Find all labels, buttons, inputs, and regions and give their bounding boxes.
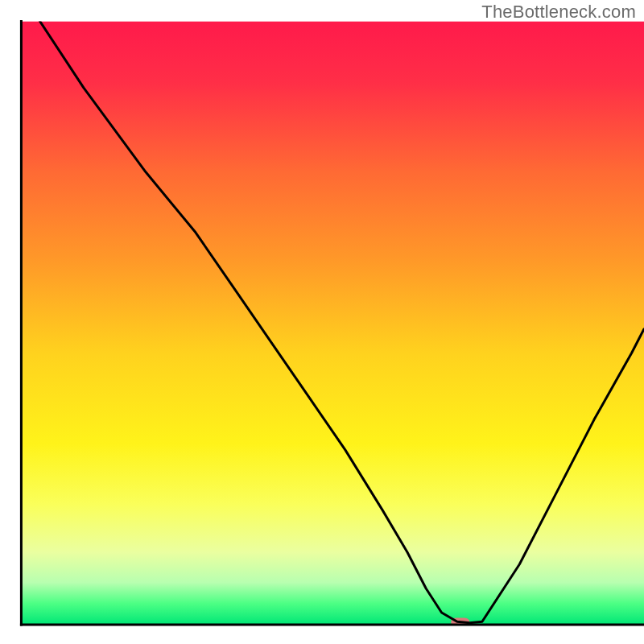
watermark-text: TheBottleneck.com <box>481 2 636 23</box>
chart-container: TheBottleneck.com <box>0 0 644 644</box>
bottleneck-chart <box>0 0 644 644</box>
gradient-background <box>21 21 644 625</box>
